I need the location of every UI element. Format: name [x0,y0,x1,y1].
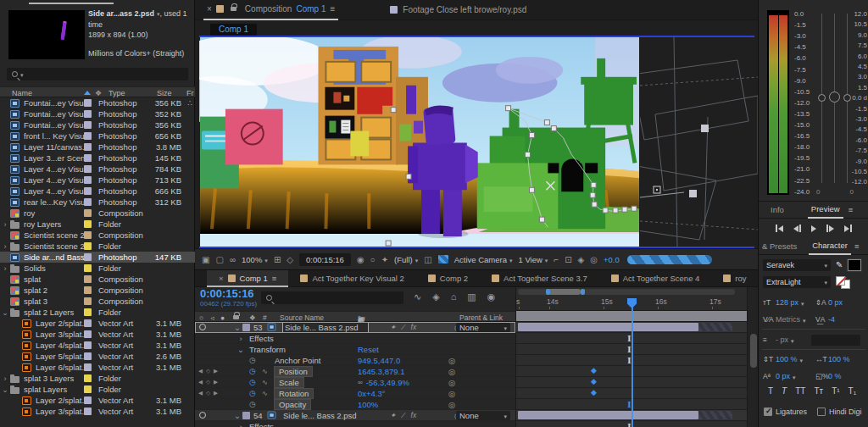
label-color-swatch[interactable] [84,154,92,162]
label-color-swatch[interactable] [84,187,92,195]
stopwatch-icon[interactable]: ◷ [249,367,256,375]
expand-icon[interactable]: › [236,334,246,343]
grid-guides-icon[interactable]: ⊞ [274,255,281,264]
column-size[interactable]: Size [157,89,172,97]
label-color-swatch[interactable] [84,264,92,272]
project-item[interactable]: Layer 2/splat.aiVector Art3.1 MB [0,318,195,329]
panel-menu-icon[interactable] [854,241,860,251]
label-color-swatch[interactable] [84,220,92,228]
label-color-swatch[interactable] [84,352,92,360]
property-row[interactable]: ◀◇▶◷∿Scale∞-56.3,49.9%◎ [195,377,515,388]
chevron-down-icon[interactable] [800,315,806,324]
reset-link[interactable]: Reset [358,345,379,354]
layer-switch-icon[interactable]: fx [411,411,417,419]
fill-stroke-swatches[interactable] [836,276,854,288]
label-color-swatch[interactable] [84,385,92,393]
composition-tab[interactable]: Composition Comp 1 [203,0,338,20]
expand-icon[interactable]: ⌄ [236,345,246,354]
label-color-swatch[interactable] [84,198,92,206]
exposure-value[interactable]: +0.0 [604,255,620,264]
draft-3d-icon[interactable]: ◈ [432,291,439,302]
label-color-swatch[interactable] [84,374,92,382]
stopwatch-icon[interactable]: ◷ [249,356,256,364]
layer-switch-icon[interactable]: ✦ [390,411,396,419]
view-layout-select[interactable]: 1 View [518,255,548,264]
stopwatch-icon[interactable]: ◷ [249,400,256,408]
lock-icon[interactable] [231,7,236,11]
close-icon[interactable] [219,274,224,283]
layer-row[interactable]: ⌄54Side le... Bass 2.psd✦∕fx◎None [195,410,515,421]
pick-whip-icon[interactable]: ◎ [448,378,455,387]
tab-effects-presets[interactable]: & Presets [762,241,797,251]
expand-icon[interactable]: ⌄ [232,411,242,420]
project-item[interactable]: royComposition [0,208,195,219]
property-group-row[interactable]: ›Effects [195,333,515,344]
label-color-swatch[interactable] [84,143,92,151]
label-color-swatch[interactable] [84,242,92,250]
faux-style-button[interactable]: TT [793,386,808,396]
font-family-select[interactable]: Seravek [763,259,831,271]
stopwatch-icon[interactable]: ◷ [249,389,256,397]
previous-keyframe-icon[interactable]: ◀ [198,368,203,374]
layer-color-swatch[interactable] [242,324,250,331]
number-column[interactable]: # [263,313,267,322]
label-color-swatch[interactable] [84,330,92,338]
faux-style-button[interactable]: T [765,386,776,396]
kerning-value[interactable]: Metrics [776,315,800,324]
project-item[interactable]: ›splat 3 LayersFolder [0,373,195,384]
stroke-width-value[interactable]: - px [776,336,788,344]
timeline-tab[interactable]: Act Together Scene 4 [599,270,712,287]
expander-icon[interactable]: ⌄ [0,385,10,394]
label-color-swatch[interactable] [84,253,92,261]
panel-menu-icon[interactable] [849,205,854,214]
expander-icon[interactable]: › [0,220,10,229]
keyframe-diamond[interactable]: ◆ [591,377,597,385]
layer-duration-bar[interactable] [518,323,698,331]
pick-whip-icon[interactable]: ◎ [448,400,455,409]
next-keyframe-icon[interactable]: ▶ [214,368,218,374]
project-item[interactable]: Layer 4/splat.aiVector Art3.1 MB [0,340,195,351]
composition-mini-flowchart-icon[interactable]: ∿ [414,291,421,302]
solo-column-icon[interactable]: ● [220,313,225,322]
navigator-segment[interactable] [548,289,581,295]
property-row[interactable]: ◀◇▶◷∿Position1645.3,879.1◎ [195,366,515,377]
previous-frame-button[interactable] [791,223,804,234]
tab-info[interactable]: Info [771,205,784,214]
current-time-display[interactable]: 0:00:15:16 [299,253,351,266]
tab-preview[interactable]: Preview [808,202,843,219]
expand-icon[interactable]: › [236,422,246,427]
property-group-row[interactable]: ⌄TransformReset [195,344,515,355]
tracking-value[interactable]: -4 [828,315,835,324]
label-color-swatch[interactable] [84,209,92,217]
keyframe-diamond[interactable]: ◆ [591,388,597,396]
graph-icon[interactable]: ∿ [262,379,268,386]
sort-arrow-icon[interactable] [84,91,91,95]
label-color-swatch[interactable] [84,176,92,184]
expand-icon[interactable]: ⌄ [232,323,242,332]
chevron-down-icon[interactable] [798,298,804,308]
parent-select[interactable]: None [456,411,510,420]
property-value[interactable]: 1645.3,879.1 [358,367,404,376]
slider-knob[interactable] [829,92,840,103]
project-item[interactable]: Fountai...ey Visual 2.psdPhotoshop356 KB [0,119,195,130]
label-color-swatch[interactable] [84,275,92,283]
add-keyframe-icon[interactable]: ◇ [206,379,210,385]
timeline-tab[interactable]: Comp 1 [207,270,288,287]
column-fr[interactable]: Fr [186,89,194,97]
current-timecode[interactable]: 0:00:15:16 [200,289,257,299]
timeline-tab[interactable]: roy [711,270,758,287]
project-search-input[interactable] [7,68,188,80]
label-column-icon[interactable]: ❖ [249,313,256,322]
label-color-swatch[interactable] [84,396,92,404]
audio-column-icon[interactable]: ◃ [210,313,214,322]
faux-style-button[interactable]: T [779,386,789,396]
label-column-icon[interactable]: ❖ [95,89,102,97]
label-color-swatch[interactable] [84,408,92,415]
next-frame-button[interactable] [824,223,837,234]
faux-style-button[interactable]: T¹ [829,386,842,396]
chevron-down-icon[interactable] [790,372,796,381]
panel-menu-icon[interactable] [330,4,335,14]
pick-whip-icon[interactable]: ◎ [448,356,455,365]
label-color-swatch[interactable] [84,231,92,239]
frame-blending-icon[interactable]: ▥ [467,291,476,302]
